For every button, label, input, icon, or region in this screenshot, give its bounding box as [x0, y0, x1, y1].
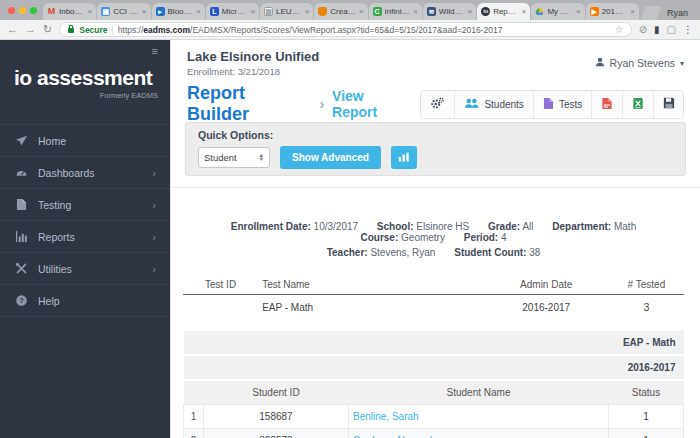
- forward-icon[interactable]: →: [25, 24, 36, 35]
- tab-close-icon[interactable]: ×: [88, 7, 93, 16]
- row-number-cell: 2: [184, 429, 204, 438]
- status-cell: 1: [609, 429, 684, 438]
- user-menu[interactable]: Ryan Stevens ▾: [595, 57, 684, 69]
- browser-tab[interactable]: C Infinite C ×: [369, 3, 422, 20]
- scores-header-row: Student ID Student Name Status: [184, 380, 684, 405]
- browser-tab[interactable]: ▤ LEUSD I ×: [260, 3, 313, 20]
- window-close-button[interactable]: [8, 7, 15, 14]
- breadcrumb-report-builder[interactable]: Report Builder: [187, 83, 311, 125]
- bloomboard-icon: ▸: [156, 7, 165, 16]
- tests-table-row: EAP - Math 2016-2017 3: [183, 295, 684, 319]
- tab-close-icon[interactable]: ×: [467, 7, 472, 16]
- tab-close-icon[interactable]: ×: [196, 7, 201, 16]
- shield-icon: [318, 7, 327, 16]
- tests-button[interactable]: Tests: [533, 91, 591, 118]
- admin-year: 2016-2017: [184, 355, 684, 380]
- microcredential-icon: L: [210, 7, 219, 16]
- report-options-button[interactable]: [421, 91, 454, 118]
- scores-table: EAP - Math 2016-2017 Student ID Student …: [183, 331, 684, 438]
- main-content: Lake Elsinore Unified Enrollment: 3/21/2…: [170, 40, 700, 438]
- tab-label: BloomB: [168, 7, 194, 16]
- info-pair: Period: 4: [464, 232, 507, 243]
- google-drive-icon: [535, 7, 544, 16]
- sidebar-item-testing[interactable]: Testing ›: [0, 189, 170, 221]
- breadcrumb-view-report[interactable]: View Report: [332, 88, 412, 120]
- quick-options-panel: Quick Options: Student ▲▼ Show Advanced: [185, 122, 686, 176]
- sidebar-item-utilities[interactable]: Utilities ›: [0, 253, 170, 285]
- tab-label: Infinite C: [385, 7, 411, 16]
- show-advanced-button[interactable]: Show Advanced: [280, 146, 381, 169]
- bookmark-star-icon[interactable]: ☆: [615, 25, 624, 35]
- chrome-menu-icon[interactable]: ⋮: [683, 25, 693, 35]
- window-minimize-button[interactable]: [19, 7, 26, 14]
- chart-bars-icon: [398, 150, 410, 165]
- tab-close-icon[interactable]: ×: [413, 7, 418, 16]
- info-pair: Department: Math: [552, 221, 636, 232]
- window-controls: [4, 0, 43, 20]
- row-number-cell: 1: [184, 405, 204, 429]
- browser-tab[interactable]: My Driv ×: [531, 3, 584, 20]
- browser-tab-active[interactable]: io Report B ×: [477, 3, 530, 20]
- info-pair: School: Elsinore HS: [377, 221, 469, 232]
- app-logo: io assessment: [14, 66, 158, 90]
- back-icon[interactable]: ←: [7, 24, 18, 35]
- save-report-button[interactable]: [653, 91, 684, 118]
- browser-tab[interactable]: ≋ Wildoma ×: [423, 3, 476, 20]
- io-assessment-icon: io: [481, 7, 490, 16]
- reload-icon[interactable]: ↻: [43, 24, 52, 35]
- sidebar-item-help[interactable]: ? Help: [0, 285, 170, 317]
- browser-tab[interactable]: M Inbox (8 ×: [43, 3, 96, 20]
- scores-col-header: Student Name: [349, 380, 609, 405]
- svg-text:?: ?: [19, 296, 24, 305]
- sidebar-item-dashboards[interactable]: Dashboards ›: [0, 157, 170, 189]
- report-toolbar: Students Tests: [420, 90, 684, 119]
- tab-close-icon[interactable]: ×: [142, 7, 147, 16]
- tab-close-icon[interactable]: ×: [305, 7, 310, 16]
- student-row: 2 328573 Cardoso, Alexandra 1: [184, 429, 684, 438]
- tab-close-icon[interactable]: ×: [630, 7, 635, 16]
- browser-tab[interactable]: ▣ CCI Dig ×: [97, 3, 150, 20]
- export-pdf-button[interactable]: [591, 91, 622, 118]
- extension-icon[interactable]: ▮: [654, 25, 660, 35]
- address-bar[interactable]: Secure | https://eadms.com/EADMSX/Report…: [59, 22, 631, 37]
- chart-view-button[interactable]: [391, 146, 417, 169]
- tests-col-header: # Tested: [609, 275, 684, 295]
- test-title: EAP - Math: [184, 331, 684, 355]
- bar-chart-icon: [14, 231, 29, 243]
- window-zoom-button[interactable]: [30, 7, 37, 14]
- student-name-link[interactable]: Benline, Sarah: [353, 411, 419, 422]
- sidebar-item-reports[interactable]: Reports ›: [0, 221, 170, 253]
- teacher-info-line: Teacher: Stevens, Ryan Student Count: 38: [183, 247, 684, 258]
- sidebar-item-label: Testing: [38, 199, 71, 211]
- browser-tab[interactable]: ▸ BloomB ×: [152, 3, 205, 20]
- gears-icon: [430, 97, 445, 112]
- tab-close-icon[interactable]: ×: [576, 7, 581, 16]
- test-title-band: EAP - Math: [184, 331, 684, 355]
- row-number-header: [184, 380, 204, 405]
- chrome-profile-name[interactable]: Ryan: [659, 8, 696, 20]
- excel-icon: [632, 97, 644, 112]
- logo-word-text: assessment: [37, 66, 152, 89]
- chevron-right-icon: ›: [152, 167, 156, 179]
- students-button[interactable]: Students: [454, 91, 532, 118]
- student-id-cell: 158687: [204, 405, 349, 429]
- blocker-extension-icon[interactable]: ⊘: [639, 25, 647, 35]
- tab-close-icon[interactable]: ×: [250, 7, 255, 16]
- extension-icon[interactable]: ▢: [667, 25, 676, 35]
- browser-tab[interactable]: ▶ 2016-02 ×: [586, 3, 639, 20]
- report-type-value: Student: [204, 152, 237, 163]
- sidebar-toggle-icon[interactable]: ≡: [152, 45, 158, 57]
- scores-col-header: Student ID: [204, 380, 349, 405]
- browser-tab[interactable]: Creating ×: [314, 3, 367, 20]
- tests-col-header: Admin Date: [484, 275, 609, 295]
- tab-close-icon[interactable]: ×: [359, 7, 364, 16]
- url-text: https://eadms.com/EADMSX/Reports/Scores/…: [118, 25, 503, 35]
- logo-block: ≡ io assessment Formerly EADMS: [0, 40, 170, 124]
- district-icon: ≋: [427, 7, 436, 16]
- tab-close-icon[interactable]: ×: [522, 7, 527, 16]
- sidebar-item-label: Utilities: [38, 263, 72, 275]
- report-type-select[interactable]: Student ▲▼: [198, 147, 270, 168]
- export-excel-button[interactable]: [622, 91, 653, 118]
- sidebar-item-home[interactable]: Home: [0, 125, 170, 157]
- browser-tab[interactable]: L Microcr ×: [206, 3, 259, 20]
